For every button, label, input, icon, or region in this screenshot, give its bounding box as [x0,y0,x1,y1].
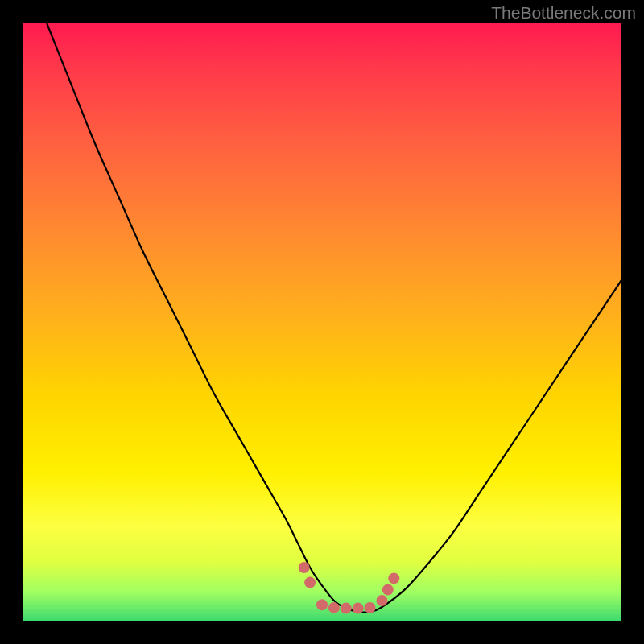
plot-area [23,23,621,621]
curve-marker [316,599,328,610]
watermark-text: TheBottleneck.com [491,3,636,23]
curve-marker [365,602,376,613]
outer-frame: TheBottleneck.com [0,0,644,644]
curve-marker [304,577,316,588]
curve-marker [388,572,399,584]
curve-marker [341,603,352,614]
curve-marker [299,562,310,573]
curve-marker [382,584,394,596]
curve-marker [376,595,387,606]
curve-svg [23,23,621,621]
curve-marker [328,602,340,613]
curve-marker [353,603,364,614]
bottleneck-curve-path [47,23,621,613]
